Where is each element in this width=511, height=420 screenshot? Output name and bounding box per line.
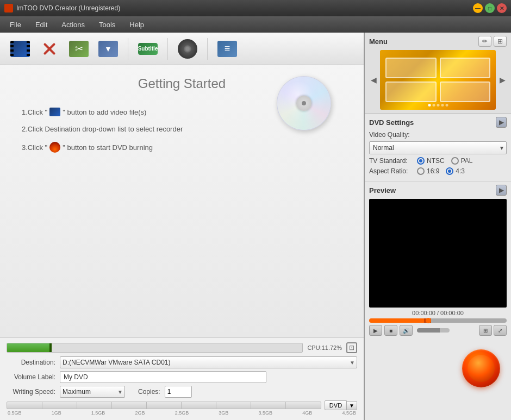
copies-input[interactable] bbox=[165, 386, 192, 398]
subtitle-icon: Subtitle bbox=[138, 39, 158, 59]
menu-prev-button[interactable]: ◀ bbox=[369, 69, 378, 91]
preview-progress-knob[interactable] bbox=[426, 318, 431, 323]
subtitle-button[interactable]: Subtitle bbox=[136, 37, 160, 61]
title-left: ImTOO DVD Creator (Unregistered) bbox=[4, 4, 120, 12]
menu-view-button[interactable]: ⊞ bbox=[494, 36, 507, 47]
getting-started-title: Getting Started bbox=[138, 76, 226, 91]
preview-progress-bar[interactable] bbox=[369, 318, 507, 323]
menu-thumb-2 bbox=[440, 58, 491, 78]
burn-inner bbox=[468, 355, 495, 382]
preview-stop-button[interactable]: ■ bbox=[384, 325, 397, 336]
inline-burn-icon bbox=[49, 142, 60, 153]
menu-settings-button[interactable] bbox=[215, 37, 239, 61]
preview-play-button[interactable]: ▶ bbox=[369, 325, 382, 336]
menu-help[interactable]: Help bbox=[123, 18, 151, 31]
menu-settings-icon bbox=[217, 39, 237, 59]
dvd-format-dropdown[interactable]: ▼ bbox=[347, 401, 357, 410]
disc-inner bbox=[296, 96, 311, 111]
preview-header: Preview ▶ bbox=[369, 185, 507, 196]
audio-button[interactable] bbox=[176, 37, 200, 61]
video-quality-label: Video Quality: bbox=[369, 131, 413, 139]
cpu-settings-icon[interactable] bbox=[346, 342, 357, 353]
preview-volume-bar[interactable] bbox=[417, 328, 450, 333]
ntsc-radio-icon bbox=[417, 157, 425, 165]
writing-speed-select[interactable]: Maximum 8x 4x 2x bbox=[60, 386, 125, 398]
aspect-4-3-option[interactable]: 4:3 bbox=[446, 167, 465, 175]
menu-edit-button[interactable]: ✏ bbox=[478, 36, 491, 47]
dvd-selector: DVD ▼ bbox=[325, 400, 357, 410]
aspect-ratio-label: Aspect Ratio: bbox=[369, 167, 413, 175]
speed-row: Writing Speed: Maximum 8x 4x 2x ▼ Copies… bbox=[7, 386, 357, 398]
video-quality-select-row: Low Normal High Best ▼ bbox=[369, 141, 507, 154]
menu-edit[interactable]: Edit bbox=[29, 18, 54, 31]
progress-bar-fill bbox=[7, 343, 52, 352]
menu-dot-1 bbox=[428, 104, 431, 106]
preview-title: Preview bbox=[369, 186, 396, 195]
pal-radio-icon bbox=[451, 157, 459, 165]
tv-standard-row: TV Standard: NTSC PAL bbox=[369, 157, 507, 165]
toolbar-divider-3 bbox=[207, 38, 208, 60]
close-button[interactable]: ✕ bbox=[497, 3, 507, 13]
toolbar-divider-2 bbox=[167, 38, 168, 60]
menu-next-button[interactable]: ▶ bbox=[498, 69, 507, 91]
aspect-ratio-radio-group: 16:9 4:3 bbox=[417, 167, 507, 175]
title-controls: — □ ✕ bbox=[473, 3, 507, 13]
menu-dots bbox=[428, 104, 448, 106]
add-video-button[interactable] bbox=[8, 37, 32, 61]
window-title: ImTOO DVD Creator (Unregistered) bbox=[16, 4, 120, 12]
dvd-settings-header: DVD Settings ▶ bbox=[369, 117, 507, 128]
dvd-settings-expand-button[interactable]: ▶ bbox=[496, 117, 507, 128]
16-9-label: 16:9 bbox=[427, 167, 439, 175]
maximize-button[interactable]: □ bbox=[485, 3, 495, 13]
tv-ntsc-option[interactable]: NTSC bbox=[417, 157, 445, 165]
destination-select[interactable]: D:(NECVMWar VMware SATA CD01) bbox=[60, 356, 357, 368]
menu-thumb-1 bbox=[385, 58, 437, 78]
instruction-3: 3.Click " " button to start DVD burning bbox=[22, 142, 342, 153]
menu-thumb-grid bbox=[380, 52, 496, 108]
video-quality-row: Video Quality: bbox=[369, 131, 507, 139]
edit-chapters-button[interactable] bbox=[67, 37, 91, 61]
menu-preview-container: ◀ ▶ bbox=[369, 50, 507, 110]
progress-row: CPU:11.72% bbox=[7, 342, 357, 353]
preview-video-area bbox=[369, 199, 507, 308]
volume-row: Volume Label: bbox=[7, 371, 357, 383]
preview-fullscreen-button[interactable]: ⤢ bbox=[494, 325, 507, 336]
toolbar-divider-1 bbox=[128, 38, 128, 60]
chapters-icon: ▼ bbox=[98, 39, 118, 59]
menu-dot-4 bbox=[441, 104, 444, 106]
add-video-icon bbox=[10, 39, 30, 59]
tv-standard-label: TV Standard: bbox=[369, 157, 413, 165]
volume-input[interactable] bbox=[60, 371, 266, 383]
minimize-button[interactable]: — bbox=[473, 3, 483, 13]
ntsc-label: NTSC bbox=[427, 157, 445, 165]
title-bar: ImTOO DVD Creator (Unregistered) — □ ✕ bbox=[0, 0, 511, 16]
menu-actions[interactable]: Actions bbox=[55, 18, 91, 31]
burn-button[interactable] bbox=[462, 349, 500, 387]
dvd-settings-title: DVD Settings bbox=[369, 118, 414, 127]
menu-tools[interactable]: Tools bbox=[92, 18, 122, 31]
destination-row: Destination: D:(NECVMWar VMware SATA CD0… bbox=[7, 356, 357, 368]
aspect-16-9-option[interactable]: 16:9 bbox=[417, 167, 439, 175]
video-quality-select[interactable]: Low Normal High Best bbox=[369, 141, 507, 154]
preview-volume-button[interactable]: 🔊 bbox=[400, 325, 413, 336]
tv-pal-option[interactable]: PAL bbox=[451, 157, 473, 165]
aspect-ratio-row: Aspect Ratio: 16:9 4:3 bbox=[369, 167, 507, 175]
preview-screenshot-button[interactable]: ⊞ bbox=[479, 325, 492, 336]
preview-expand-button[interactable]: ▶ bbox=[496, 185, 507, 196]
menu-bar: File Edit Actions Tools Help bbox=[0, 16, 511, 33]
menu-section-header: Menu ✏ ⊞ bbox=[369, 36, 507, 47]
16-9-radio-icon bbox=[417, 167, 425, 175]
chapters-dropdown-button[interactable]: ▼ bbox=[96, 37, 120, 61]
dvd-format-button[interactable]: DVD bbox=[325, 400, 347, 410]
menu-thumb-4 bbox=[440, 82, 491, 102]
left-panel: ▼ Subtitle Ge bbox=[0, 33, 364, 420]
toolbar: ▼ Subtitle bbox=[0, 33, 364, 65]
menu-thumb-3 bbox=[385, 82, 437, 102]
menu-dot-5 bbox=[445, 104, 448, 106]
menu-dot-3 bbox=[437, 104, 439, 106]
delete-button[interactable] bbox=[38, 37, 61, 61]
content-area: Getting Started 1.Click " " button to ad… bbox=[0, 65, 364, 337]
menu-file[interactable]: File bbox=[3, 18, 28, 31]
preview-end-buttons: ⊞ ⤢ bbox=[479, 325, 507, 336]
preview-button-row: ▶ ■ 🔊 ⊞ ⤢ bbox=[369, 325, 507, 336]
